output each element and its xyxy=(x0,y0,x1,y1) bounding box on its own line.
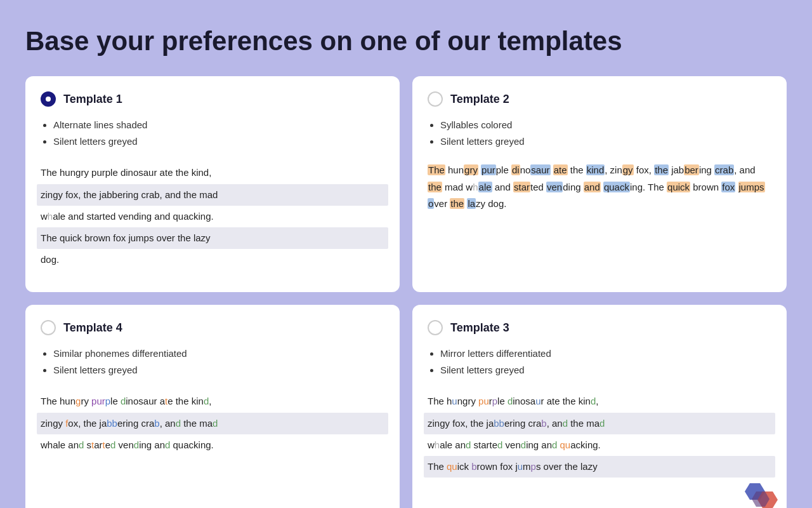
template-2-radio[interactable] xyxy=(428,91,443,107)
sample-line: whale and started vending and quacking. xyxy=(37,434,388,456)
template-2-title: Template 2 xyxy=(450,93,509,106)
template-3-header[interactable]: Template 3 xyxy=(428,320,771,335)
template-1-header[interactable]: Template 1 xyxy=(41,91,384,107)
sample-line: The quick brown fox jumps over the lazy xyxy=(37,227,388,249)
template-4-header[interactable]: Template 4 xyxy=(41,320,384,335)
template-4-radio[interactable] xyxy=(41,320,56,335)
feature-item: Silent letters greyed xyxy=(53,362,384,378)
sample-line: zingy fox, the jabbering crab, and the m… xyxy=(37,413,388,434)
template-1-features: Alternate lines shaded Silent letters gr… xyxy=(41,117,384,149)
template-4-features: Similar phonemes differentiated Silent l… xyxy=(41,345,384,378)
template-3-title: Template 3 xyxy=(450,321,509,335)
template-1-title: Template 1 xyxy=(63,93,122,106)
template-1-radio[interactable] xyxy=(41,91,56,107)
template-3-features: Mirror letters differentiated Silent let… xyxy=(428,345,771,378)
sample-line: The hungry purple dinosaur ate the kind, xyxy=(37,391,388,412)
template-card-4[interactable]: Template 4 Similar phonemes differentiat… xyxy=(25,305,400,508)
template-card-1[interactable]: Template 1 Alternate lines shaded Silent… xyxy=(25,76,400,292)
sample-line: zingy fox, the jabbering crab, and the m… xyxy=(37,184,388,206)
feature-item: Alternate lines shaded xyxy=(53,117,384,133)
sample-line: dog. xyxy=(37,249,388,271)
logo xyxy=(736,480,787,508)
template-4-sample: The hungry purple dinosaur ate the kind,… xyxy=(41,391,384,456)
sample-line: The hungry purple dinosaur ate the kind, xyxy=(37,162,388,184)
sample-line: zingy fox, the jabbering crab, and the m… xyxy=(424,413,775,434)
template-4-title: Template 4 xyxy=(63,321,122,335)
template-3-radio[interactable] xyxy=(428,320,443,335)
template-card-2[interactable]: Template 2 Syllables colored Silent lett… xyxy=(412,76,787,292)
template-2-features: Syllables colored Silent letters greyed xyxy=(428,117,771,149)
feature-item: Silent letters greyed xyxy=(440,133,771,150)
sample-line: whale and started vending and quacking. xyxy=(424,434,775,456)
sample-line: whale and started vending and quacking. xyxy=(37,206,388,227)
templates-grid: Template 1 Alternate lines shaded Silent… xyxy=(25,76,787,508)
template-1-sample: The hungry purple dinosaur ate the kind,… xyxy=(41,162,384,271)
page-title: Base your preferences on one of our temp… xyxy=(25,25,787,57)
template-3-sample: The hungry purple dinosaur ate the kind,… xyxy=(428,391,771,478)
template-2-header[interactable]: Template 2 xyxy=(428,91,771,107)
sample-line: The quick brown fox jumps over the lazy xyxy=(424,456,775,478)
feature-item: Silent letters greyed xyxy=(53,133,384,150)
template-card-3[interactable]: Template 3 Mirror letters differentiated… xyxy=(412,305,787,508)
feature-item: Mirror letters differentiated xyxy=(440,345,771,362)
feature-item: Syllables colored xyxy=(440,117,771,133)
sample-line: The hungry purple dinosaur ate the kind, xyxy=(424,391,775,412)
feature-item: Similar phonemes differentiated xyxy=(53,345,384,362)
template-2-sample: The hungry purple dinosaur ate the kind,… xyxy=(428,162,771,212)
feature-item: Silent letters greyed xyxy=(440,362,771,378)
